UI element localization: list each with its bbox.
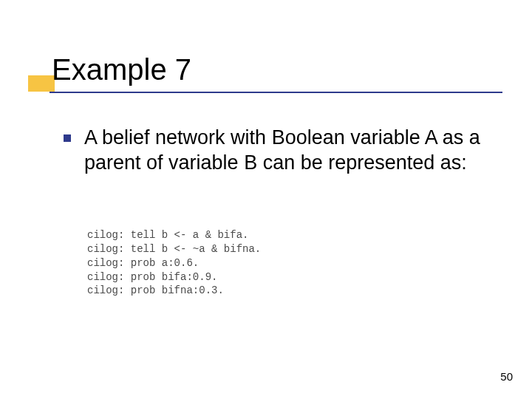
page-number: 50 xyxy=(500,370,513,383)
slide-title: Example 7 xyxy=(52,53,502,86)
code-block: cilog: tell b <- a & bifa. cilog: tell b… xyxy=(87,214,261,298)
title-area: Example 7 xyxy=(28,53,502,86)
code-line: cilog: prob bifna:0.3. xyxy=(87,284,224,296)
body-area: A belief network with Boolean variable A… xyxy=(64,126,488,176)
title-underline xyxy=(50,92,502,93)
code-line: cilog: prob bifa:0.9. xyxy=(87,271,217,283)
code-line: cilog: tell b <- a & bifa. xyxy=(87,229,248,241)
title-accent-box xyxy=(28,75,55,92)
square-bullet-icon xyxy=(64,134,71,142)
bullet-item: A belief network with Boolean variable A… xyxy=(64,126,488,176)
code-line: cilog: tell b <- ~a & bifna. xyxy=(87,243,261,255)
bullet-text: A belief network with Boolean variable A… xyxy=(84,126,488,176)
code-line: cilog: prob a:0.6. xyxy=(87,257,199,269)
